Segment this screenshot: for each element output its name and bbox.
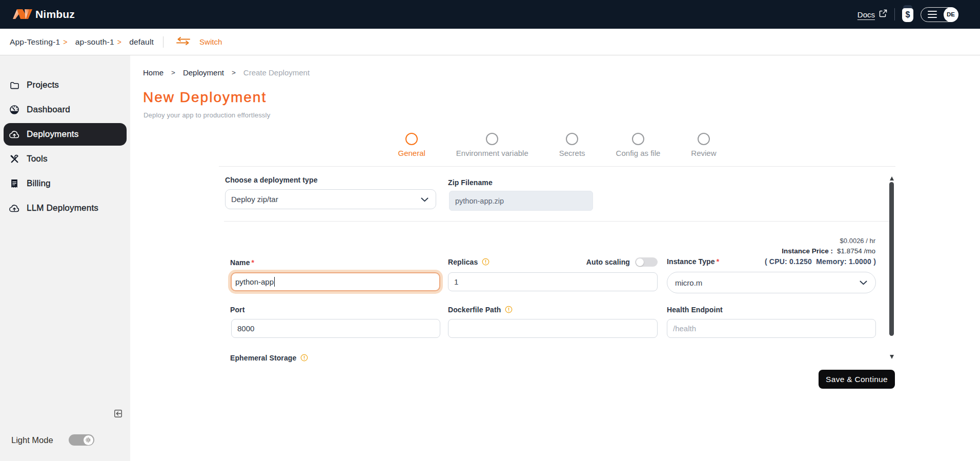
step-label: Config as file xyxy=(616,149,661,157)
sidebar-item-llm-deployments[interactable]: LLM Deployments xyxy=(4,197,127,219)
brand-name: Nimbuz xyxy=(35,8,75,21)
step-circle xyxy=(566,133,578,145)
deployment-type-value: Deploy zip/tar xyxy=(231,195,278,204)
page-title: New Deployment xyxy=(143,89,267,106)
instance-pricing: $0.0026 / hr Instance Price :$1.8754 /mo xyxy=(782,237,875,255)
name-input-value: python-app xyxy=(235,277,274,286)
section-divider xyxy=(224,221,893,222)
zip-filename-label: Zip Filename xyxy=(448,178,493,187)
docs-link[interactable]: Docs xyxy=(858,9,887,19)
ephemeral-storage-label: Ephemeral Storage xyxy=(230,354,308,362)
info-icon[interactable] xyxy=(300,354,308,362)
required-marker: * xyxy=(252,258,255,267)
sidebar-item-projects[interactable]: Projects xyxy=(4,74,127,96)
hourly-price: $0.0026 / hr xyxy=(782,237,875,245)
step-circle xyxy=(486,133,498,145)
step-config-as-file[interactable]: Config as file xyxy=(616,133,661,157)
auto-scaling-toggle[interactable] xyxy=(635,257,658,267)
instance-type-select[interactable]: micro.m xyxy=(667,272,876,293)
name-input[interactable]: python-app xyxy=(231,272,440,291)
sidebar-item-label: Projects xyxy=(27,80,59,90)
breadcrumb-separator: > xyxy=(232,69,236,76)
save-continue-button[interactable]: Save & Continue xyxy=(819,370,895,389)
context-divider xyxy=(163,36,164,48)
context-crumb-separator: > xyxy=(117,38,121,46)
sidebar-item-label: LLM Deployments xyxy=(27,203,98,213)
instance-type-value: micro.m xyxy=(675,278,702,287)
zip-filename-input[interactable] xyxy=(449,191,593,211)
breadcrumb-home[interactable]: Home xyxy=(143,68,164,77)
docs-label: Docs xyxy=(858,10,875,19)
port-label: Port xyxy=(230,306,244,314)
sidebar-item-label: Deployments xyxy=(27,129,78,139)
light-mode-toggle[interactable] xyxy=(69,434,94,446)
step-circle xyxy=(405,133,418,145)
switch-context-button[interactable]: Switch xyxy=(176,37,222,47)
breadcrumb-create-deployment: Create Deployment xyxy=(243,68,310,77)
step-general[interactable]: General xyxy=(398,133,425,157)
breadcrumb-deployment[interactable]: Deployment xyxy=(183,68,224,77)
info-icon[interactable] xyxy=(505,306,513,313)
sidebar-item-deployments[interactable]: Deployments xyxy=(4,123,127,146)
dockerfile-path-label: Dockerfile Path xyxy=(448,306,513,314)
account-menu-button[interactable]: DE xyxy=(921,7,958,22)
sidebar-collapse-button[interactable] xyxy=(114,409,122,418)
sidebar-item-dashboard[interactable]: Dashboard xyxy=(4,98,127,121)
cloud-upload-icon xyxy=(9,203,20,214)
step-environment-variable[interactable]: Environment variable xyxy=(456,133,528,157)
name-label: Name* xyxy=(230,258,254,267)
instance-type-label-row: Instance Type* ( CPU: 0.1250 Memory: 1.0… xyxy=(667,257,876,266)
deployment-type-label: Choose a deployment type xyxy=(225,176,318,184)
toggle-knob xyxy=(636,258,644,266)
monthly-price: Instance Price :$1.8754 /mo xyxy=(782,247,875,255)
step-review[interactable]: Review xyxy=(691,133,716,157)
step-label: Review xyxy=(691,149,716,157)
context-crumb-project[interactable]: App-Testing-1 xyxy=(10,37,60,47)
sidebar-item-label: Tools xyxy=(27,154,48,164)
info-icon[interactable] xyxy=(482,258,489,266)
folder-icon xyxy=(9,79,20,91)
light-mode-row: Light Mode xyxy=(11,434,94,446)
hamburger-menu-icon xyxy=(928,11,937,17)
context-crumb-separator: > xyxy=(63,38,67,46)
scrollbar-thumb[interactable] xyxy=(889,182,894,336)
chevron-down-icon xyxy=(421,195,428,204)
step-label: General xyxy=(398,149,425,157)
monthly-price-value: $1.8754 /mo xyxy=(837,247,875,255)
topbar-divider xyxy=(894,8,895,21)
step-secrets[interactable]: Secrets xyxy=(559,133,585,157)
switch-arrows-icon xyxy=(176,37,191,47)
light-mode-label: Light Mode xyxy=(11,435,53,445)
monthly-price-label: Instance Price : xyxy=(782,247,833,255)
billing-money-button[interactable]: $ xyxy=(902,5,913,22)
dockerfile-path-input[interactable] xyxy=(448,319,658,338)
form-scrollbar xyxy=(889,123,895,461)
step-circle xyxy=(632,133,644,145)
sidebar-item-tools[interactable]: Tools xyxy=(4,148,127,170)
step-circle xyxy=(698,133,710,145)
scroll-down-icon[interactable] xyxy=(890,355,894,359)
step-label: Secrets xyxy=(559,149,585,157)
sun-icon xyxy=(85,437,91,443)
context-crumb-env[interactable]: default xyxy=(129,37,154,47)
receipt-icon xyxy=(9,178,20,189)
replicas-label: Replicas xyxy=(448,258,489,266)
stepper: General Environment variable Secrets Con… xyxy=(219,133,895,157)
scroll-up-icon[interactable] xyxy=(890,176,894,181)
deployment-type-select[interactable]: Deploy zip/tar xyxy=(225,189,436,209)
instance-specs: ( CPU: 0.1250 Memory: 1.0000 ) xyxy=(765,257,876,266)
replicas-input[interactable] xyxy=(448,272,658,291)
sidebar-item-billing[interactable]: Billing xyxy=(4,172,127,195)
external-link-icon xyxy=(879,9,887,19)
context-breadcrumb: App-Testing-1 > ap-south-1 > default xyxy=(10,37,154,47)
nimbuz-logo-icon xyxy=(13,8,32,22)
health-endpoint-label: Health Endpoint xyxy=(667,306,723,314)
replicas-label-row: Replicas Auto scaling xyxy=(448,257,658,267)
port-input[interactable] xyxy=(231,319,440,338)
brand[interactable]: Nimbuz xyxy=(13,8,75,22)
health-endpoint-input[interactable] xyxy=(667,319,876,338)
context-crumb-region[interactable]: ap-south-1 xyxy=(75,37,114,47)
sidebar: Projects Dashboard Deployme xyxy=(0,55,130,461)
page-subtitle: Deploy your app to production effortless… xyxy=(144,111,270,119)
topbar-right: Docs $ DE xyxy=(858,6,958,23)
